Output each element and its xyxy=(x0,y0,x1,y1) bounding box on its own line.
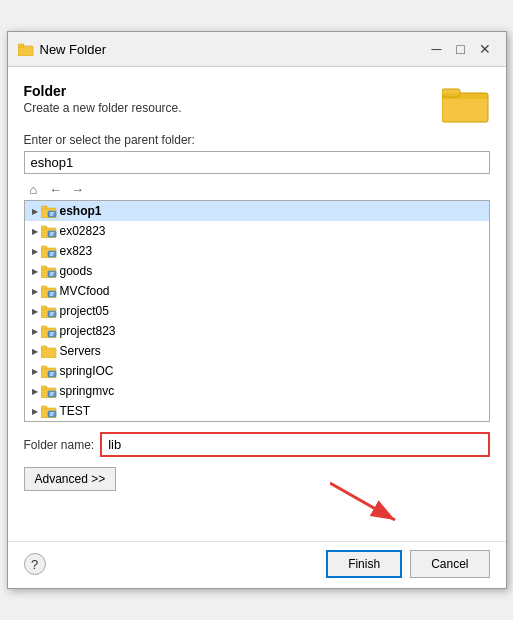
svg-rect-40 xyxy=(41,348,56,358)
folder-icon xyxy=(41,243,57,259)
dialog-footer: ? Finish Cancel xyxy=(8,541,506,588)
forward-nav-button[interactable]: → xyxy=(68,180,88,198)
folder-name-label: Folder name: xyxy=(24,438,95,452)
tree-item-label: TEST xyxy=(60,404,91,418)
tree-item[interactable]: ▶ springIOC xyxy=(25,361,489,381)
folder-icon xyxy=(41,323,57,339)
tree-item[interactable]: ▶ project05 xyxy=(25,301,489,321)
svg-rect-0 xyxy=(18,46,33,56)
tree-item[interactable]: ▶ MVCfood xyxy=(25,281,489,301)
svg-rect-6 xyxy=(41,206,47,209)
folder-icon xyxy=(41,283,57,299)
parent-folder-input[interactable]: eshop1 xyxy=(24,151,490,174)
svg-rect-16 xyxy=(41,246,47,249)
folder-icon xyxy=(41,303,57,319)
spacer-area xyxy=(24,491,490,531)
tree-item[interactable]: ▶ springmvc xyxy=(25,381,489,401)
svg-rect-43 xyxy=(41,366,47,369)
folder-icon xyxy=(41,343,57,359)
tree-item-label: springmvc xyxy=(60,384,115,398)
title-bar-controls: ─ □ ✕ xyxy=(426,38,496,60)
tree-item-label: ex02823 xyxy=(60,224,106,238)
section-title: Folder xyxy=(24,83,182,99)
svg-rect-36 xyxy=(41,326,47,329)
section-desc: Create a new folder resource. xyxy=(24,101,182,115)
tree-item-label: eshop1 xyxy=(60,204,102,218)
svg-rect-12 xyxy=(48,231,56,237)
tree-item-label: goods xyxy=(60,264,93,278)
svg-rect-11 xyxy=(41,226,47,229)
new-folder-title-icon xyxy=(18,41,34,57)
svg-rect-53 xyxy=(41,406,47,409)
svg-rect-21 xyxy=(41,266,47,269)
folder-icon xyxy=(41,203,57,219)
svg-rect-32 xyxy=(48,311,56,317)
section-header-text: Folder Create a new folder resource. xyxy=(24,83,182,115)
svg-rect-49 xyxy=(48,391,56,397)
tree-item[interactable]: ▶ TEST xyxy=(25,401,489,421)
footer-left: ? xyxy=(24,553,46,575)
footer-right: Finish Cancel xyxy=(326,550,489,578)
cancel-button[interactable]: Cancel xyxy=(410,550,489,578)
folder-name-row: Folder name: xyxy=(24,432,490,457)
dialog-title: New Folder xyxy=(40,42,106,57)
advanced-button[interactable]: Advanced >> xyxy=(24,467,117,491)
close-button[interactable]: ✕ xyxy=(474,38,496,60)
dialog-body: Folder Create a new folder resource. Ent… xyxy=(8,67,506,541)
minimize-button[interactable]: ─ xyxy=(426,38,448,60)
home-nav-button[interactable]: ⌂ xyxy=(24,180,44,198)
tree-item-label: Servers xyxy=(60,344,101,358)
tree-item[interactable]: ▶ ex823 xyxy=(25,241,489,261)
tree-item[interactable]: ▶ Servers xyxy=(25,341,489,361)
svg-rect-31 xyxy=(41,306,47,309)
advanced-row: Advanced >> xyxy=(24,467,490,491)
tree-item-label: ex823 xyxy=(60,244,93,258)
svg-rect-1 xyxy=(18,44,24,47)
tree-item-label: project823 xyxy=(60,324,116,338)
svg-rect-27 xyxy=(48,291,56,297)
tree-item-label: MVCfood xyxy=(60,284,110,298)
svg-line-58 xyxy=(330,483,395,520)
svg-rect-26 xyxy=(41,286,47,289)
nav-bar: ⌂ ← → xyxy=(24,180,490,198)
svg-rect-44 xyxy=(48,371,56,377)
svg-rect-4 xyxy=(442,93,488,99)
arrow-indicator xyxy=(330,478,410,531)
folder-icon xyxy=(41,263,57,279)
folder-icon xyxy=(41,383,57,399)
tree-item-label: project05 xyxy=(60,304,109,318)
folder-icon xyxy=(41,403,57,419)
parent-folder-label: Enter or select the parent folder: xyxy=(24,133,490,147)
folder-name-input[interactable] xyxy=(100,432,489,457)
tree-item[interactable]: ▶ goods xyxy=(25,261,489,281)
help-button[interactable]: ? xyxy=(24,553,46,575)
tree-container[interactable]: ▶ eshop1▶ ex02823▶ ex823▶ goods▶ xyxy=(24,200,490,422)
svg-rect-48 xyxy=(41,386,47,389)
svg-rect-22 xyxy=(48,271,56,277)
back-nav-button[interactable]: ← xyxy=(46,180,66,198)
svg-rect-41 xyxy=(41,346,47,349)
folder-large-icon xyxy=(442,83,490,123)
finish-button[interactable]: Finish xyxy=(326,550,402,578)
section-header: Folder Create a new folder resource. xyxy=(24,83,490,123)
title-bar: New Folder ─ □ ✕ xyxy=(8,32,506,67)
tree-item[interactable]: ▶ project823 xyxy=(25,321,489,341)
tree-item-label: springIOC xyxy=(60,364,114,378)
svg-rect-7 xyxy=(48,211,56,217)
svg-rect-37 xyxy=(48,331,56,337)
maximize-button[interactable]: □ xyxy=(450,38,472,60)
folder-icon xyxy=(41,363,57,379)
tree-item[interactable]: ▶ eshop1 xyxy=(25,201,489,221)
title-bar-left: New Folder xyxy=(18,41,106,57)
svg-rect-54 xyxy=(48,411,56,417)
tree-item[interactable]: ▶ ex02823 xyxy=(25,221,489,241)
svg-rect-17 xyxy=(48,251,56,257)
folder-icon xyxy=(41,223,57,239)
dialog-window: New Folder ─ □ ✕ Folder Create a new fol… xyxy=(7,31,507,589)
